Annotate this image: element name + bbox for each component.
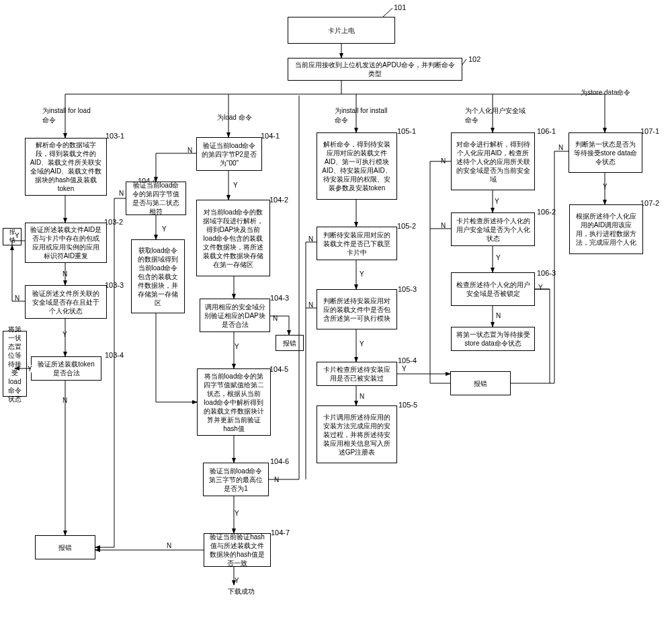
download-success: 下载成功 xyxy=(228,587,255,596)
lbl-n4: N xyxy=(187,147,193,154)
lbl-y14: Y xyxy=(602,183,608,190)
lbl-y10: Y xyxy=(401,365,407,373)
node-105-3: 判断所述待安装应用对应的装载文件中是否包含所述第一可执行模块 xyxy=(317,289,397,329)
lbl-n13: N xyxy=(495,312,501,319)
lbl-y7: Y xyxy=(234,577,240,584)
lbl-n10: N xyxy=(359,393,365,400)
node-106-1: 对命令进行解析，得到待个人化应用AID，检查所述待个人化的应用所关联的安全域是否… xyxy=(451,132,535,190)
svg-line-1 xyxy=(383,8,392,17)
node-104-5: 将当前load命令的第四字节值赋值给第二状态，根据从当前load命令中解析得到的… xyxy=(197,368,271,436)
node-104-7: 验证当前验证hash值与所述装载文件数据块的hash值是否一致 xyxy=(204,533,271,567)
ref-106-3: 106-3 xyxy=(537,269,556,277)
ref-105-2: 105-2 xyxy=(397,222,416,230)
ref-104-2: 104-2 xyxy=(269,196,288,204)
ref-102: 102 xyxy=(468,55,480,63)
node-105-5: 卡片调用所述待应用的安装方法完成应用的安装过程，并将所述待安装应用相关信息写入所… xyxy=(317,405,397,463)
node-105-1: 解析命令，得到待安装应用对应的装载文件AID、第一可执行模块AID、待安装应用A… xyxy=(317,132,397,200)
node-get-load-data: 获取load命令的数据域得到当前load命令包含的装载文件数据块，并存储第一存储… xyxy=(131,239,185,313)
ref-104-3: 104-3 xyxy=(270,294,289,302)
lbl-n7: N xyxy=(166,542,172,549)
node-101-power-on: 卡片上电 xyxy=(288,17,395,44)
ref-103-1: 103-1 xyxy=(106,132,124,140)
node-105-4: 卡片检查所述待安装应用是否已被安装过 xyxy=(317,362,397,386)
lbl-n5: N xyxy=(272,315,278,322)
lbl-y8: Y xyxy=(359,270,365,278)
node-106-3: 检查所述待个人化的用户安全域是否被锁定 xyxy=(451,272,535,306)
node-103-4: 验证所述装载token是否合法 xyxy=(31,356,101,381)
branch-install-for-install: 为install for install命令 xyxy=(335,106,388,125)
ref-103-3: 103-3 xyxy=(105,281,124,289)
ref-103-2: 103-2 xyxy=(104,218,123,226)
lbl-n12: N xyxy=(440,222,446,229)
lbl-n1: N xyxy=(62,270,68,278)
ref-105-5: 105-5 xyxy=(398,401,417,409)
node-104-6: 验证当前load命令第三字节的最高位是否为1 xyxy=(203,463,269,496)
lbl-y1: Y xyxy=(14,232,20,239)
node-error-install: 报错 xyxy=(450,371,511,395)
lbl-y6: Y xyxy=(234,510,240,517)
svg-line-2 xyxy=(462,59,466,65)
lbl-n6: N xyxy=(274,476,280,483)
lbl-n9: N xyxy=(308,301,314,309)
ref-107-2: 107-2 xyxy=(640,199,659,207)
node-103-3: 验证所述文件所关联的安全域是否存在且处于个人化状态 xyxy=(25,285,107,319)
lbl-n14: N xyxy=(558,144,564,151)
lbl-y2: Y xyxy=(62,331,68,338)
node-set-state-store: 将第一状态置为等待接受store data命令状态 xyxy=(451,327,535,351)
ref-105-1: 105-1 xyxy=(397,127,416,135)
lbl-y41: Y xyxy=(161,225,167,233)
branch-install-for-load: 为install for load命令 xyxy=(42,106,96,125)
ref-103-4: 103-4 xyxy=(105,351,124,359)
node-104-1: 验证当前load命令的第四字节P2是否为"00" xyxy=(196,137,262,171)
lbl-y4: Y xyxy=(233,182,239,189)
lbl-n11: N xyxy=(440,157,446,165)
node-107-1: 判断第一状态是否为等待接受store data命令状态 xyxy=(569,132,642,173)
node-104-2: 对当前load命令的数据域字段进行解析，得到DAP块及当前load命令包含的装载… xyxy=(196,200,270,276)
ref-106-1: 106-1 xyxy=(537,127,556,135)
ref-101: 101 xyxy=(394,3,406,11)
ref-104-5: 104-5 xyxy=(269,365,288,373)
node-error1: 报错 xyxy=(35,535,95,559)
node-104-3: 调用相应的安全域分别验证相应的DAP块是否合法 xyxy=(200,299,270,332)
node-106-2: 卡片检查所述待个人化的用户安全域是否为个人化状态 xyxy=(451,212,535,246)
ref-104-6: 104-6 xyxy=(270,457,289,465)
lbl-y13: Y xyxy=(538,284,544,291)
lbl-y9: Y xyxy=(359,340,365,348)
lbl-n2: N xyxy=(14,295,20,302)
lbl-y12: Y xyxy=(495,254,501,262)
ref-104-7: 104-7 xyxy=(271,529,290,537)
branch-store-data: 为store data命令 xyxy=(581,88,630,97)
node-set-state-load: 将第一状态置位等待接受load命令状态 xyxy=(3,331,27,397)
node-error-mid: 报错 xyxy=(276,335,304,351)
lbl-n8: N xyxy=(308,235,314,243)
node-104-4: 验证当前load命令的第四字节值是否与第二状态相符 xyxy=(126,182,186,215)
ref-107-1: 107-1 xyxy=(640,127,659,135)
node-105-2: 判断待安装应用对应的装载文件是否已下载至卡片中 xyxy=(317,227,397,260)
branch-load: 为load 命令 xyxy=(217,113,252,122)
lbl-y3: Y xyxy=(27,365,33,373)
node-102-judge-cmd: 当前应用接收到上位机发送的APDU命令，并判断命令类型 xyxy=(288,58,462,81)
lbl-n41: N xyxy=(118,190,124,197)
node-103-2: 验证所述装载文件AID是否与卡片中存在的包或应用或应用实例的应用标识符AID重复 xyxy=(25,223,107,263)
node-107-2: 根据所述待个人化应用的AID调用该应用，执行进程数据方法，完成应用个人化 xyxy=(569,204,643,254)
lbl-y5: Y xyxy=(234,343,240,350)
ref-105-4: 105-4 xyxy=(398,356,417,364)
branch-personalize: 为个人化用户安全域命令 xyxy=(465,106,526,125)
node-103-1: 解析命令的数据域字段，得到装载文件的AID、装载文件所关联安全域的AID、装载文… xyxy=(25,138,107,196)
ref-105-3: 105-3 xyxy=(398,285,417,293)
lbl-y11: Y xyxy=(494,198,500,205)
ref-106-2: 106-2 xyxy=(537,208,556,216)
lbl-n3: N xyxy=(62,397,68,404)
ref-104-1: 104-1 xyxy=(261,132,280,140)
